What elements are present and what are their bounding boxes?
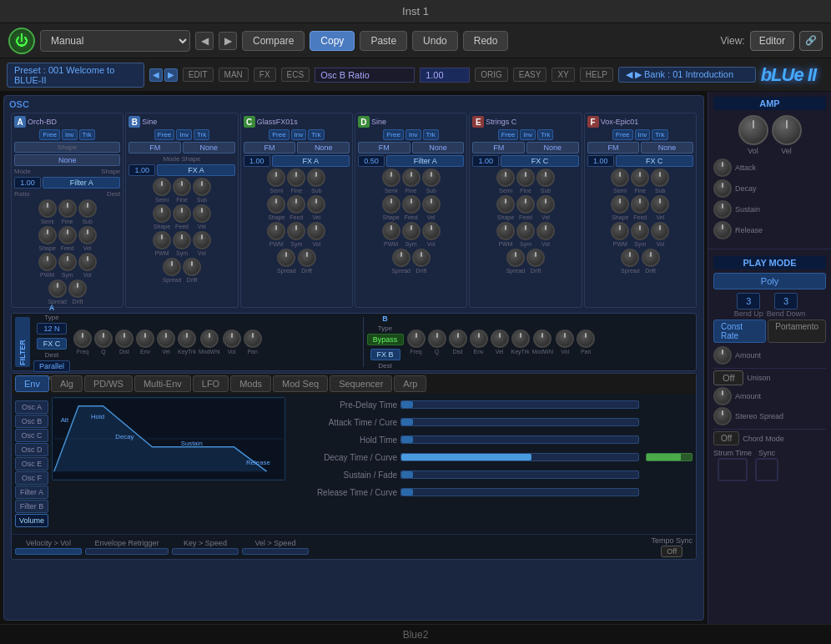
portamento-btn[interactable]: Portamento xyxy=(768,319,826,343)
osc-f-drift[interactable] xyxy=(642,249,660,267)
osc-d-shape[interactable] xyxy=(382,195,400,214)
osc-d-trk[interactable]: Trk xyxy=(423,129,439,140)
osc-f-shape[interactable]: None xyxy=(641,142,693,153)
filter-b-env[interactable] xyxy=(470,330,488,348)
filter-a-q[interactable] xyxy=(94,330,113,348)
osc-e-trk[interactable]: Trk xyxy=(537,129,553,140)
amp-sustain-knob[interactable] xyxy=(713,200,732,219)
preset-dropdown[interactable]: Manual xyxy=(40,30,190,52)
osc-a-trk[interactable]: Trk xyxy=(79,129,95,140)
src-filter-b[interactable]: Filter B xyxy=(15,500,48,513)
src-osc-b[interactable]: Osc B xyxy=(15,415,48,428)
osc-e-semi[interactable] xyxy=(496,169,515,187)
osc-d-drift[interactable] xyxy=(412,249,431,267)
osc-f-free[interactable]: Free xyxy=(612,129,632,140)
poly-button[interactable]: Poly xyxy=(713,273,826,289)
osc-d-dest[interactable]: Filter A xyxy=(386,155,464,167)
src-osc-f[interactable]: Osc F xyxy=(15,471,48,485)
osc-b-mode-select[interactable]: FM xyxy=(128,142,181,153)
filter-b-keytrk[interactable] xyxy=(511,330,530,348)
tab-arp[interactable]: Arp xyxy=(394,375,426,392)
key-speed-bar[interactable] xyxy=(172,548,239,555)
bend-up-value[interactable]: 3 xyxy=(737,293,760,309)
osc-d-sym[interactable] xyxy=(402,222,421,240)
osc-d-sub[interactable] xyxy=(422,169,441,187)
osc-c-mode[interactable]: FM xyxy=(244,142,296,153)
filter-b-dest[interactable]: FX B xyxy=(370,349,400,360)
osc-b-sub[interactable] xyxy=(193,178,211,196)
vel-speed-bar[interactable] xyxy=(242,548,309,555)
osc-a-vol-knob[interactable] xyxy=(78,253,97,271)
filter-a-modwhl[interactable] xyxy=(200,330,219,348)
paste-button[interactable]: Paste xyxy=(360,31,407,51)
osc-c-vel[interactable] xyxy=(307,195,325,214)
osc-a-inv[interactable]: Inv xyxy=(62,129,78,140)
filter-a-pan[interactable] xyxy=(244,330,262,348)
osc-d-free[interactable]: Free xyxy=(383,129,403,140)
filter-b-freq[interactable] xyxy=(407,330,426,348)
bank-name[interactable]: ◀ ▶ Bank : 01 Introduction xyxy=(618,67,756,83)
amp-release-knob[interactable] xyxy=(713,221,732,239)
filter-a-keytrk[interactable] xyxy=(178,330,196,348)
osc-e-ratio[interactable]: 1.00 xyxy=(472,155,499,167)
amp-decay-knob[interactable] xyxy=(713,179,732,198)
tempo-sync-off[interactable]: Off xyxy=(661,546,682,557)
filter-a-freq[interactable] xyxy=(73,330,92,348)
osc-f-pwm[interactable] xyxy=(611,222,629,240)
osc-f-vol[interactable] xyxy=(651,222,669,240)
hold-bar[interactable] xyxy=(400,435,639,444)
osc-c-spread[interactable] xyxy=(277,249,295,267)
help-tag[interactable]: HELP xyxy=(580,68,613,82)
osc-c-shape[interactable]: None xyxy=(297,142,350,153)
osc-c-dest[interactable]: FX A xyxy=(272,155,350,167)
osc-e-feed[interactable] xyxy=(516,195,535,214)
tab-env[interactable]: Env xyxy=(15,375,49,392)
osc-a-shape-knob[interactable] xyxy=(38,226,57,244)
osc-f-semi[interactable] xyxy=(611,169,629,187)
osc-c-drift[interactable] xyxy=(298,249,316,267)
osc-b-ratio[interactable]: 1.00 xyxy=(128,164,155,176)
osc-c-ratio[interactable]: 1.00 xyxy=(244,155,270,167)
osc-c-free[interactable]: Free xyxy=(269,129,289,140)
osc-a-drift-knob[interactable] xyxy=(68,279,87,298)
const-rate-btn[interactable]: Const Rate xyxy=(713,319,766,343)
osc-f-trk[interactable]: Trk xyxy=(652,129,667,140)
osc-d-inv[interactable]: Inv xyxy=(405,129,421,140)
osc-a-semi-knob[interactable] xyxy=(38,199,57,218)
osc-c-vol[interactable] xyxy=(307,222,325,240)
sustain-bar[interactable] xyxy=(400,470,639,479)
osc-d-spread[interactable] xyxy=(392,249,410,267)
osc-b-feed[interactable] xyxy=(173,204,191,223)
power-button[interactable]: ⏻ xyxy=(8,28,35,54)
src-osc-d[interactable]: Osc D xyxy=(15,443,48,456)
osc-e-fine[interactable] xyxy=(516,169,535,187)
amp-vol-knob[interactable] xyxy=(738,115,768,145)
filter-a-dist[interactable] xyxy=(115,330,133,348)
osc-b-shape-select[interactable]: None xyxy=(183,142,235,153)
filter-a-mode[interactable]: Parallel xyxy=(33,360,70,372)
osc-c-shape[interactable] xyxy=(267,195,285,214)
tab-multienv[interactable]: Multi-Env xyxy=(134,375,191,392)
osc-f-dest[interactable]: FX C xyxy=(616,155,693,167)
preset-prev[interactable]: ◀ xyxy=(149,68,163,82)
man-tag[interactable]: MAN xyxy=(219,68,249,82)
osc-b-vel[interactable] xyxy=(193,204,211,223)
osc-e-mode[interactable]: FM xyxy=(472,142,525,153)
osc-b-spread[interactable] xyxy=(163,258,181,276)
decay-bar[interactable] xyxy=(400,453,639,461)
osc-f-inv[interactable]: Inv xyxy=(635,129,651,140)
filter-b-pan[interactable] xyxy=(577,330,595,348)
osc-f-fine[interactable] xyxy=(631,169,649,187)
osc-a-pwm-knob[interactable] xyxy=(38,253,57,271)
editor-button[interactable]: Editor xyxy=(750,31,794,51)
osc-a-ratio[interactable]: 1.00 xyxy=(14,177,41,189)
osc-d-semi[interactable] xyxy=(382,169,400,187)
bend-down-value[interactable]: 3 xyxy=(774,293,798,309)
osc-d-feed[interactable] xyxy=(402,195,421,214)
osc-b-vol[interactable] xyxy=(193,231,211,249)
retrigger-bar[interactable] xyxy=(85,548,169,555)
osc-e-spread[interactable] xyxy=(506,249,525,267)
easy-tag[interactable]: EASY xyxy=(513,68,547,82)
tab-modseq[interactable]: Mod Seq xyxy=(273,375,328,392)
filter-b-type[interactable]: Bypass xyxy=(367,334,404,345)
